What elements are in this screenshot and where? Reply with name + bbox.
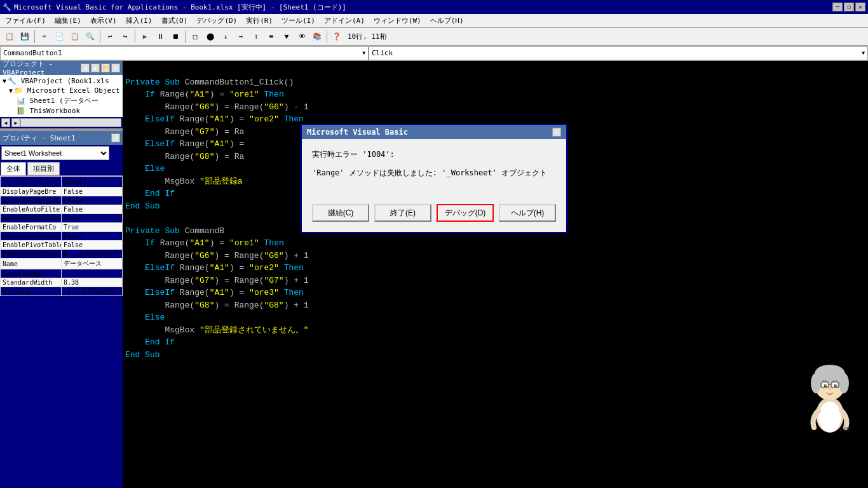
props-rows: (オブジェクト名)Sheet1DisplayPageBreFalseDispla… — [1, 177, 123, 296]
tree-vbaproject[interactable]: ▼ 🔧 VBAProject (Book1.xls — [1, 76, 121, 86]
properties-select[interactable]: Sheet1 Worksheet — [1, 146, 109, 160]
event-combo-arrow: ▼ — [862, 50, 865, 56]
menu-run[interactable]: 実行(R) — [242, 15, 276, 27]
event-combo[interactable]: Click ▼ — [369, 46, 868, 60]
dialog-continue-btn[interactable]: 継続(C) — [312, 204, 369, 222]
tree-excel-objects[interactable]: ▼ 📁 Microsoft Excel Object — [1, 86, 121, 95]
left-panels: プロジェクト - VBAProject ◀ ▶ 📁 ✕ ▼ 🔧 VBAProje… — [0, 61, 123, 488]
menu-tools[interactable]: ツール(I) — [278, 15, 319, 27]
project-expand-btn[interactable]: ▶ — [91, 64, 100, 72]
project-hscroll[interactable] — [20, 118, 121, 127]
code-line: MsgBox "部品登録されていません。" — [125, 324, 865, 337]
project-close-btn[interactable]: ✕ — [111, 64, 120, 72]
dialog-title-text: Microsoft Visual Basic — [307, 128, 408, 137]
props-value[interactable] — [62, 269, 123, 278]
restore-btn[interactable]: ❐ — [844, 3, 854, 11]
tb-sep2 — [100, 30, 100, 43]
project-folder-btn[interactable]: 📁 — [101, 64, 110, 72]
props-name: ScrollArea — [1, 269, 62, 278]
project-tree[interactable]: ▼ 🔧 VBAProject (Book1.xls ▼ 📁 Microsoft … — [0, 75, 123, 117]
error-dialog[interactable]: Microsoft Visual Basic ✕ 実行時エラー '1004': … — [301, 124, 567, 233]
dialog-debug-btn[interactable]: デバッグ(D) — [437, 204, 494, 222]
dialog-end-btn[interactable]: 終了(E) — [374, 204, 431, 222]
properties-close-btn[interactable]: ✕ — [111, 133, 120, 142]
tb-locals[interactable]: ≡ — [264, 30, 278, 44]
menu-insert[interactable]: 挿入(I) — [122, 15, 156, 27]
props-value[interactable]: 8.38 — [62, 278, 123, 287]
code-line: End If — [125, 336, 865, 349]
dialog-close-btn[interactable]: ✕ — [552, 128, 561, 137]
props-value[interactable]: -1 - xlSheetVi — [62, 287, 123, 296]
props-tab-categorized[interactable]: 項目別 — [27, 162, 60, 175]
tb-immediate[interactable]: ▼ — [280, 30, 294, 44]
project-collapse-btn[interactable]: ◀ — [81, 64, 90, 72]
tb-help[interactable]: ❓ — [330, 30, 344, 44]
event-combo-value: Click — [372, 49, 393, 57]
menu-window[interactable]: ウィンドウ(W) — [370, 15, 425, 27]
props-row: Visible-1 - xlSheetVi — [1, 287, 123, 296]
tb-run[interactable]: ▶ — [138, 30, 152, 44]
menu-format[interactable]: 書式(O) — [158, 15, 192, 27]
props-row: DisplayRightToLFalse — [1, 196, 123, 205]
props-row: EnableOutliningFalse — [1, 232, 123, 241]
props-value[interactable]: True — [62, 214, 123, 223]
props-row: Nameデータベース — [1, 259, 123, 269]
tree-sheet1[interactable]: 📊 Sheet1 (データベー — [1, 95, 121, 106]
tb-sep5 — [327, 30, 327, 43]
props-value[interactable]: False — [62, 196, 123, 205]
tb-save[interactable]: 💾 — [18, 30, 32, 44]
tb-pause[interactable]: ⏸ — [153, 30, 167, 44]
tb-undo[interactable]: ↩ — [103, 30, 117, 44]
menu-file[interactable]: ファイル(F) — [1, 15, 50, 27]
menu-debug[interactable]: デバッグ(D) — [193, 15, 241, 27]
props-value[interactable]: False — [62, 205, 123, 214]
project-scroll-arrows: ◀ ▶ — [1, 118, 20, 127]
tb-userform[interactable]: □ — [188, 30, 202, 44]
tb-vba-icon[interactable]: 📋 — [3, 30, 17, 44]
app-icon: 🔧 — [3, 3, 11, 11]
code-line: ElseIf Range("A1") = "ore3" Then — [125, 287, 865, 299]
procedure-combo[interactable]: CommandButton1 ▼ — [0, 46, 369, 60]
window-title: Microsoft Visual Basic for Applications … — [14, 3, 346, 12]
project-scroll-right[interactable]: ▶ — [11, 118, 20, 127]
props-value[interactable]: 0 - xlNoRestri — [62, 250, 123, 259]
tb-watch[interactable]: 👁 — [295, 30, 309, 44]
props-value[interactable]: True — [62, 223, 123, 232]
minimize-btn[interactable]: ─ — [832, 3, 843, 11]
menu-addin[interactable]: アドイン(A) — [320, 15, 369, 27]
tb-stepout[interactable]: ↑ — [249, 30, 263, 44]
tb-cut[interactable]: ✂ — [37, 30, 51, 44]
props-value[interactable]: データベース — [62, 259, 123, 269]
props-name: EnableCalculatio — [1, 214, 62, 223]
properties-header: プロパティ - Sheet1 ✕ — [0, 131, 123, 145]
tb-redo[interactable]: ↪ — [118, 30, 132, 44]
props-name: DisplayPageBre — [1, 187, 62, 196]
tb-stop[interactable]: ⏹ — [168, 30, 182, 44]
menu-edit[interactable]: 編集(E) — [51, 15, 85, 27]
menu-help[interactable]: ヘルプ(H) — [426, 15, 468, 27]
toolbar-position: 10行, 11桁 — [348, 32, 387, 41]
props-name: EnableSelection — [1, 250, 62, 259]
props-name: EnablePivotTable — [1, 241, 62, 250]
project-scroll-left[interactable]: ◀ — [1, 118, 10, 127]
tb-breakpoint[interactable]: ⬤ — [203, 30, 217, 44]
tb-stepover[interactable]: → — [234, 30, 248, 44]
tb-callstack[interactable]: 📚 — [310, 30, 324, 44]
props-value[interactable]: Sheet1 — [62, 177, 123, 187]
props-tab-all[interactable]: 全体 — [1, 162, 26, 175]
props-value[interactable]: False — [62, 241, 123, 250]
tree-vbaproject-icon: ▼ — [3, 78, 6, 85]
tb-paste[interactable]: 📋 — [68, 30, 82, 44]
props-value[interactable]: False — [62, 187, 123, 196]
dialog-help-btn[interactable]: ヘルプ(H) — [499, 204, 556, 222]
tb-stepinto[interactable]: ↓ — [219, 30, 233, 44]
props-value[interactable]: False — [62, 232, 123, 241]
props-name: StandardWidth — [1, 278, 62, 287]
close-btn[interactable]: ✕ — [855, 3, 865, 11]
tb-copy[interactable]: 📄 — [53, 30, 67, 44]
tree-thisworkbook[interactable]: 📗 ThisWorkbook — [1, 106, 121, 116]
menu-view[interactable]: 表示(V) — [86, 15, 121, 27]
tb-sep3 — [135, 30, 135, 43]
tb-find[interactable]: 🔍 — [83, 30, 97, 44]
project-panel: プロジェクト - VBAProject ◀ ▶ 📁 ✕ ▼ 🔧 VBAProje… — [0, 61, 123, 128]
